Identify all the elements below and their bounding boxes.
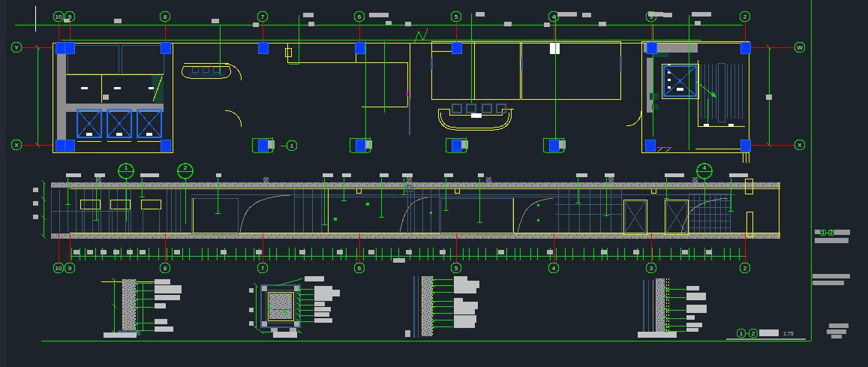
detail-callout-label: 2 [184,164,188,171]
title-bubble-b: 2 [752,330,755,337]
dim-text-block [113,250,119,254]
leader-note-block [314,302,325,306]
note-block [216,173,221,177]
grid-bubble-label: X [797,142,802,149]
grid-bubble-label: 5 [455,265,458,272]
leader-note-block [314,318,332,323]
dim-text-block [682,250,688,254]
dim-text-block [103,95,109,100]
stair-treads [701,65,742,119]
dim-text-block [663,13,672,17]
leader-note-block [454,281,479,288]
dim-text-block [393,258,405,263]
grid-bubble-label: 7 [261,265,265,272]
leader-note-block [454,302,478,309]
dim-text-block [114,19,122,23]
grid-bubble-label: W [797,44,803,51]
dim-text-block [405,22,411,26]
reception-desk [438,104,514,130]
leader-note-block [314,312,329,317]
detail-callout-label: 4 [703,164,707,171]
column [161,42,170,53]
leader-note-block [314,307,331,311]
column [258,140,268,151]
dim-text-block [253,23,259,27]
column [65,42,74,53]
titleblock-text [827,329,846,334]
grid-bubble-label: 8 [164,14,167,20]
dim-text-block [582,13,591,17]
dim-text-block [127,250,133,254]
height-dim [41,180,46,239]
dim-text-block [221,250,227,254]
leader-note-block [686,293,706,300]
stone-panel [191,198,238,233]
dim-text-block [766,95,772,100]
leader-note-block [155,285,182,293]
leader-note-block [314,290,340,296]
detail-leader-notes [134,276,707,333]
grid-bubble-label: 7 [261,14,265,20]
column [740,42,750,53]
service-counter [182,63,231,78]
center-marks [334,203,539,221]
column [258,42,268,53]
cad-drawing: 1 2 1:75 10109988776655443322YXWX1 124 1… [0,0,868,367]
dim-text-block [101,250,107,254]
dim-text-block [476,12,485,17]
detail-3 [405,276,432,338]
mini-title-bubble-label: 1 [821,229,825,236]
detail-callout-label: 1 [125,164,128,171]
note-block [342,173,351,177]
grid-bubble-label: 9 [68,265,72,272]
dim-text-block [544,23,550,27]
note-block [478,173,484,177]
mesh-screen [689,194,730,233]
dim-text-block [504,22,512,26]
dim-text-block [368,250,374,254]
grid-bubble-label: Y [14,44,19,51]
grid-bubble-label: 6 [358,14,362,20]
dim-text-block [74,250,80,254]
titleblock-text [815,238,848,243]
drape-curve [240,195,290,232]
column [645,140,655,151]
dim-text-block [695,21,701,26]
detail-2 [249,276,324,338]
section-view[interactable] [33,177,780,256]
leader-note-block [686,305,707,313]
dim-text-block [299,250,305,254]
leader-note-block [454,323,475,328]
floor-plan[interactable] [15,14,771,163]
door-arc [225,110,242,127]
glazing-grid [51,189,131,233]
dim-text-block [369,13,389,17]
column [161,140,170,151]
dim-text-block [303,13,314,17]
detail-1 [101,278,161,338]
grid-bubble-label: 5 [455,14,458,20]
note-block [605,173,614,177]
grid-bubble-label: 4 [552,14,556,20]
leader-note-block [454,288,476,293]
break-mark [414,29,428,44]
titleblock-text [815,230,820,234]
canvas-edge [0,0,35,367]
dim-text-block [557,12,577,17]
title-scale: 1:75 [783,331,794,336]
note-block [380,173,389,177]
titleblock-text [829,323,848,328]
dim-text-block [706,250,712,254]
note-block [402,173,413,177]
ceiling-hangers [96,177,698,182]
leader-note-block [454,298,463,302]
dim-text-block [498,250,504,254]
note-block [729,173,748,177]
elevator-shafts [73,42,161,137]
dim-text-block [547,250,553,254]
x-door-panels [623,200,688,234]
stone-panel [440,198,512,233]
titleblock-text [812,274,850,278]
cad-canvas[interactable]: 1 2 1:75 10109988776655443322YXWX1 124 1… [0,0,868,367]
dim-text-block [406,250,412,254]
